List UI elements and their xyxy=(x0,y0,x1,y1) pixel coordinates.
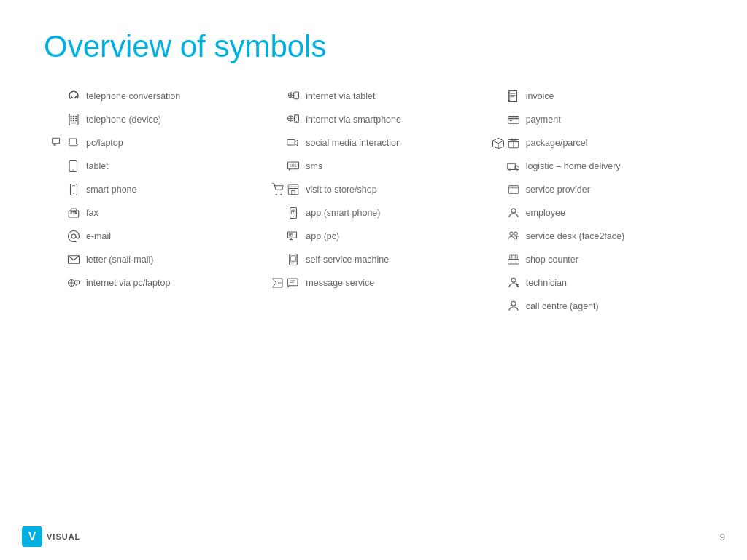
list-item: tablet xyxy=(44,156,263,176)
svg-point-88 xyxy=(509,232,513,236)
svg-point-97 xyxy=(511,278,516,282)
list-item: telephone (device) xyxy=(44,109,263,130)
icon-group xyxy=(44,90,80,103)
list-item: self-service machine xyxy=(263,249,483,270)
svg-point-44 xyxy=(281,194,282,195)
svg-rect-92 xyxy=(508,260,519,264)
list-item: visit to store/shop xyxy=(263,179,483,200)
icon-group xyxy=(484,230,520,243)
item-label: app (smart phone) xyxy=(306,208,380,218)
item-label: shop counter xyxy=(526,254,578,265)
item-label: telephone (device) xyxy=(86,114,161,125)
icon-group xyxy=(263,230,300,243)
svg-rect-7 xyxy=(71,120,72,122)
svg-point-81 xyxy=(508,169,511,171)
message-receive-icon xyxy=(287,276,300,289)
svg-rect-11 xyxy=(53,138,60,144)
column-1: telephone conversation telephone (device… xyxy=(44,86,263,316)
svg-rect-94 xyxy=(509,255,517,260)
svg-rect-24 xyxy=(71,212,72,213)
list-item: package/parcel xyxy=(484,133,703,153)
item-label: technician xyxy=(526,278,567,288)
svg-rect-46 xyxy=(292,191,295,195)
icon-group xyxy=(44,276,80,289)
service-desk-icon xyxy=(507,230,520,243)
svg-point-18 xyxy=(73,193,74,195)
item-label: sms xyxy=(306,161,322,171)
sms-icon: SMS xyxy=(287,160,300,173)
svg-point-37 xyxy=(296,121,297,122)
svg-rect-5 xyxy=(73,118,74,120)
symbols-grid: telephone conversation telephone (device… xyxy=(44,86,703,316)
svg-rect-22 xyxy=(75,212,77,214)
svg-rect-14 xyxy=(69,139,77,144)
list-item: employee xyxy=(484,203,703,223)
list-item: internet via smartphone xyxy=(263,109,483,130)
icon-group xyxy=(44,136,80,149)
icon-group xyxy=(263,113,300,126)
icon-group xyxy=(263,206,300,219)
list-item: logistic – home delivery xyxy=(484,156,703,176)
svg-rect-61 xyxy=(293,262,295,264)
svg-rect-4 xyxy=(71,118,72,120)
store-icon xyxy=(287,183,300,196)
list-item: technician xyxy=(484,273,703,293)
svg-point-34 xyxy=(296,98,297,98)
at-icon xyxy=(67,230,80,243)
list-item: telephone conversation xyxy=(44,86,263,106)
item-label: pc/laptop xyxy=(86,138,123,148)
item-label: smart phone xyxy=(86,184,136,195)
svg-point-85 xyxy=(510,187,511,187)
svg-rect-72 xyxy=(508,117,519,124)
column-3: invoice payment xyxy=(484,86,703,316)
svg-point-82 xyxy=(516,169,518,171)
internet-pc-icon xyxy=(67,276,80,289)
icon-group xyxy=(484,113,520,126)
svg-rect-62 xyxy=(295,262,296,264)
list-item: internet via tablet xyxy=(263,86,483,106)
list-item: pc/laptop xyxy=(44,133,263,153)
list-item: internet via pc/laptop xyxy=(44,273,263,293)
item-label: logistic – home delivery xyxy=(526,161,621,171)
item-label: letter (snail-mail) xyxy=(86,254,153,265)
list-item: service provider xyxy=(484,179,703,200)
app-pc-icon xyxy=(287,230,300,243)
internet-tablet-icon xyxy=(287,90,300,103)
list-item: invoice xyxy=(484,86,703,106)
list-item: fax xyxy=(44,203,263,223)
box-icon xyxy=(492,136,505,149)
shop-counter-icon xyxy=(507,253,520,266)
icon-group xyxy=(263,253,300,266)
item-label: self-service machine xyxy=(306,254,389,265)
svg-marker-40 xyxy=(295,140,298,146)
phone-headset-icon xyxy=(67,90,80,103)
svg-rect-9 xyxy=(75,120,77,122)
phone-grid-icon xyxy=(67,113,80,126)
item-label: internet via pc/laptop xyxy=(86,278,170,288)
pc-icon xyxy=(52,136,65,149)
list-item: call centre (agent) xyxy=(484,296,703,316)
page-title: Overview of symbols xyxy=(44,29,703,64)
list-item: social media interaction xyxy=(263,133,483,153)
item-label: visit to store/shop xyxy=(306,184,376,195)
svg-rect-45 xyxy=(289,189,299,195)
list-item: smart phone xyxy=(44,179,263,200)
logo: V VISUAL xyxy=(22,526,80,547)
list-item: SMS sms xyxy=(263,156,483,176)
icon-group xyxy=(484,300,520,313)
self-service-icon xyxy=(287,253,300,266)
svg-rect-8 xyxy=(73,120,74,122)
icon-group xyxy=(484,183,520,196)
technician-icon xyxy=(507,276,520,289)
item-label: service desk (face2face) xyxy=(526,231,624,241)
svg-rect-21 xyxy=(71,209,77,212)
gift-icon xyxy=(507,136,520,149)
envelope-icon xyxy=(67,253,80,266)
truck-icon xyxy=(507,160,520,173)
svg-rect-6 xyxy=(75,118,77,120)
svg-rect-29 xyxy=(75,281,80,284)
item-label: tablet xyxy=(86,161,109,171)
internet-smartphone-icon xyxy=(287,113,300,126)
svg-rect-80 xyxy=(507,163,515,169)
icon-group xyxy=(44,160,80,173)
